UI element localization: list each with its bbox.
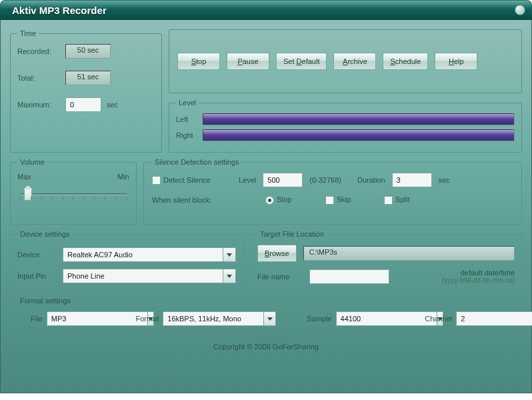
level-left-label: Left xyxy=(176,115,203,123)
file-select[interactable] xyxy=(47,311,105,326)
maximum-unit: sec xyxy=(107,101,155,109)
volume-min-label: Min xyxy=(117,173,129,181)
archive-button[interactable]: Archive xyxy=(333,53,376,70)
silence-skip-checkbox[interactable] xyxy=(325,196,334,205)
file-value[interactable] xyxy=(47,311,147,326)
filename-label: File name xyxy=(257,273,303,281)
date-format-hint: (yyyy-MM-dd-hh-mm-ss) xyxy=(396,277,515,284)
total-value: 51 sec xyxy=(65,71,111,85)
level-left-meter xyxy=(203,113,515,125)
silence-stop-radio[interactable] xyxy=(265,196,274,205)
schedule-button[interactable]: Schedule xyxy=(383,53,428,70)
detect-silence-label: Detect Silence xyxy=(163,176,211,184)
main-panel: Time Recorded: 50 sec Total: 51 sec Maxi… xyxy=(0,20,532,393)
recorded-value: 50 sec xyxy=(65,44,111,59)
time-legend: Time xyxy=(17,29,39,37)
silence-when-label: When silent block: xyxy=(152,196,232,204)
close-button[interactable] xyxy=(515,5,525,15)
format-legend: Format settings xyxy=(17,297,73,305)
device-value[interactable] xyxy=(63,247,223,262)
device-legend: Device settings xyxy=(17,230,73,238)
silence-level-input[interactable] xyxy=(263,173,303,187)
device-select[interactable] xyxy=(63,247,236,262)
silence-skip-label: Skip xyxy=(337,195,351,203)
time-group: Time Recorded: 50 sec Total: 51 sec Maxi… xyxy=(10,29,162,153)
pause-button[interactable]: Pause xyxy=(227,53,269,70)
inputpin-value[interactable] xyxy=(63,269,223,283)
footer-copyright: Copyright © 2008 GoForSharing xyxy=(10,339,522,352)
channel-value[interactable] xyxy=(456,311,532,326)
default-date-hint: default date/time xyxy=(396,269,515,277)
silence-split-label: Split xyxy=(395,195,409,203)
silence-duration-unit: sec xyxy=(439,176,450,184)
browse-button[interactable]: Browse xyxy=(257,245,297,262)
volume-max-label: Max xyxy=(17,173,31,181)
maximum-label: Maximum: xyxy=(17,101,65,109)
target-legend: Target File Location xyxy=(257,230,327,238)
format-value[interactable] xyxy=(163,311,263,326)
detect-silence-checkbox[interactable] xyxy=(152,176,161,185)
silence-duration-label: Duration xyxy=(357,176,385,184)
target-path: C:\MP3s xyxy=(303,246,515,261)
chevron-down-icon[interactable] xyxy=(263,311,276,326)
stop-button[interactable]: Stop xyxy=(177,53,220,70)
setdefault-button[interactable]: Set Default xyxy=(276,53,327,70)
sample-select[interactable] xyxy=(336,311,395,326)
silence-split-checkbox[interactable] xyxy=(384,196,393,205)
format-select[interactable] xyxy=(163,311,276,326)
app-title: Aktiv MP3 Recorder xyxy=(12,5,107,16)
format-label: Format xyxy=(135,315,159,323)
inputpin-select[interactable] xyxy=(63,269,236,283)
file-label: File xyxy=(31,315,43,323)
filename-input[interactable] xyxy=(309,269,389,284)
channel-label: Channel xyxy=(425,315,452,323)
level-right-meter xyxy=(203,129,515,141)
silence-level-label: Level xyxy=(239,176,256,184)
format-group: Format settings File Format Sample Chann… xyxy=(10,297,522,333)
silence-legend: Silence Detection settings xyxy=(152,158,242,166)
recorded-label: Recorded: xyxy=(17,47,65,55)
controls-group: Stop Pause Set Default Archive Schedule … xyxy=(169,29,522,93)
chevron-down-icon[interactable] xyxy=(223,247,236,262)
silence-duration-input[interactable] xyxy=(392,173,432,187)
sample-value[interactable] xyxy=(336,311,437,326)
sample-label: Sample xyxy=(307,315,331,323)
level-right-label: Right xyxy=(176,131,203,139)
total-label: Total: xyxy=(17,74,65,82)
target-group: Target File Location Browse C:\MP3s File… xyxy=(250,230,522,291)
volume-legend: Volume xyxy=(17,158,47,166)
channel-select[interactable] xyxy=(456,311,515,326)
title-bar: Aktiv MP3 Recorder xyxy=(0,0,532,20)
level-legend: Level xyxy=(176,99,199,107)
level-group: Level Left Right xyxy=(169,99,522,153)
chevron-down-icon[interactable] xyxy=(223,269,236,283)
device-label: Device xyxy=(17,251,63,259)
inputpin-label: Input Pin xyxy=(17,272,63,280)
maximum-input[interactable] xyxy=(65,97,101,112)
silence-stop-label: Stop xyxy=(277,195,292,203)
silence-group: Silence Detection settings Detect Silenc… xyxy=(143,158,522,225)
volume-group: Volume Max Min xyxy=(10,158,137,225)
help-button[interactable]: Help xyxy=(435,53,477,70)
silence-level-range: (0-32768) xyxy=(309,176,341,184)
volume-slider[interactable] xyxy=(17,185,129,205)
device-group: Device settings Device Input Pin xyxy=(10,230,243,291)
